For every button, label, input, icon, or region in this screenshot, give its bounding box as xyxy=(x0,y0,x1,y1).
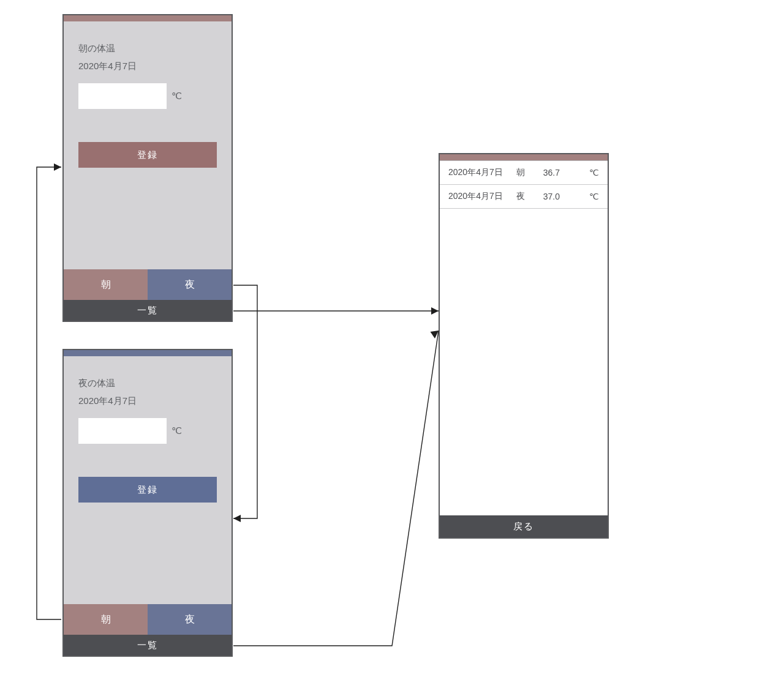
tab-morning[interactable]: 朝 xyxy=(64,269,148,300)
tab-bar: 朝 夜 xyxy=(64,604,232,635)
list-bar[interactable]: 一覧 xyxy=(64,300,232,321)
tab-bar: 朝 夜 xyxy=(64,269,232,300)
title-label: 夜の体温 xyxy=(78,375,217,392)
tab-night[interactable]: 夜 xyxy=(148,604,232,635)
status-bar xyxy=(64,15,232,21)
tab-night[interactable]: 夜 xyxy=(148,269,232,300)
record-time: 朝 xyxy=(510,167,532,178)
record-row[interactable]: 2020年4月7日 朝 36.7 ℃ xyxy=(440,161,608,185)
night-entry-screen: 夜の体温 2020年4月7日 ℃ 登録 朝 夜 一覧 xyxy=(62,349,233,657)
record-time: 夜 xyxy=(510,191,532,202)
record-date: 2020年4月7日 xyxy=(448,167,510,178)
list-bar[interactable]: 一覧 xyxy=(64,635,232,656)
form-body: 朝の体温 2020年4月7日 ℃ xyxy=(64,21,232,109)
form-body: 夜の体温 2020年4月7日 ℃ xyxy=(64,356,232,444)
spacer xyxy=(440,209,608,515)
record-unit: ℃ xyxy=(560,192,599,201)
record-value: 37.0 xyxy=(532,192,560,201)
morning-entry-screen: 朝の体温 2020年4月7日 ℃ 登録 朝 夜 一覧 xyxy=(62,14,233,322)
status-bar xyxy=(440,154,608,160)
temperature-input[interactable] xyxy=(78,83,167,109)
svg-marker-0 xyxy=(431,307,439,315)
records-table: 2020年4月7日 朝 36.7 ℃ 2020年4月7日 夜 37.0 ℃ xyxy=(440,160,608,209)
tab-morning[interactable]: 朝 xyxy=(64,604,148,635)
diagram-canvas: 朝の体温 2020年4月7日 ℃ 登録 朝 夜 一覧 夜の体温 2020年4月7… xyxy=(0,0,784,699)
unit-label: ℃ xyxy=(172,88,182,105)
unit-label: ℃ xyxy=(172,422,182,440)
spacer xyxy=(64,168,232,269)
back-button[interactable]: 戻る xyxy=(440,515,608,537)
record-value: 36.7 xyxy=(532,168,560,178)
record-date: 2020年4月7日 xyxy=(448,191,510,202)
record-unit: ℃ xyxy=(560,168,599,178)
status-bar xyxy=(64,350,232,356)
svg-marker-2 xyxy=(233,515,241,522)
temperature-input-row: ℃ xyxy=(78,418,217,444)
temperature-input-row: ℃ xyxy=(78,83,217,109)
title-label: 朝の体温 xyxy=(78,40,217,58)
list-screen: 2020年4月7日 朝 36.7 ℃ 2020年4月7日 夜 37.0 ℃ 戻る xyxy=(439,153,609,539)
svg-marker-1 xyxy=(431,331,439,338)
temperature-input[interactable] xyxy=(78,418,167,444)
register-button[interactable]: 登録 xyxy=(78,142,217,168)
register-button[interactable]: 登録 xyxy=(78,477,217,503)
date-label: 2020年4月7日 xyxy=(78,58,217,75)
date-label: 2020年4月7日 xyxy=(78,392,217,410)
record-row[interactable]: 2020年4月7日 夜 37.0 ℃ xyxy=(440,185,608,209)
spacer xyxy=(64,503,232,604)
svg-marker-3 xyxy=(54,163,61,171)
